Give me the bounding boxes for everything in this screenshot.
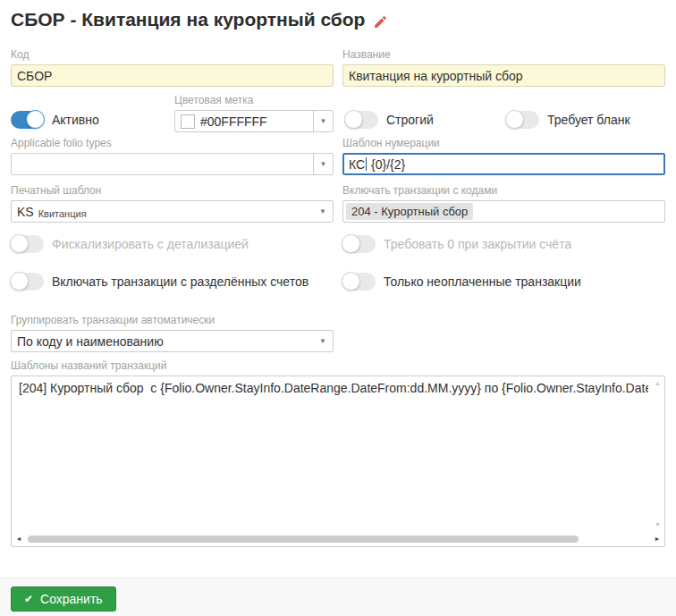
code-label: Код bbox=[11, 48, 334, 62]
unpaid-only-toggle[interactable] bbox=[342, 273, 376, 291]
print-template-select[interactable]: KSКвитанция ▼ bbox=[11, 200, 334, 223]
text-cursor bbox=[366, 157, 367, 171]
include-codes-input[interactable]: 204 - Курортный сбор bbox=[342, 200, 665, 223]
toggle-knob bbox=[342, 272, 360, 291]
page-title-text: СБОР - Квитанция на курортный сбор bbox=[11, 9, 365, 30]
cell-color-mark: Цветовая метка #00FFFFFF ▼ bbox=[174, 94, 334, 132]
folio-types-select[interactable]: ▼ bbox=[11, 153, 334, 175]
print-template-value: KSКвитанция bbox=[17, 205, 313, 219]
fiscalize-detailed-toggle[interactable] bbox=[11, 235, 44, 253]
active-toggle-row: Активно bbox=[11, 111, 174, 129]
chevron-down-icon: ▼ bbox=[313, 331, 333, 351]
name-templates-textarea[interactable]: [204] Курортный сбор с {Folio.Owner.Stay… bbox=[11, 376, 665, 547]
row-fiscal-toggles: Фискализировать с детализацией Требовать… bbox=[11, 235, 665, 253]
footer-bar: ✔ Сохранить bbox=[0, 578, 676, 616]
color-mark-label: Цветовая метка bbox=[174, 94, 334, 107]
require-zero-toggle[interactable] bbox=[342, 235, 376, 253]
print-template-name: Квитанция bbox=[38, 208, 87, 219]
fiscalize-toggle-row: Фискализировать с детализацией bbox=[11, 235, 334, 253]
color-swatch bbox=[181, 114, 195, 129]
require-zero-toggle-label: Требовать 0 при закрытии счёта bbox=[384, 237, 571, 251]
row-transaction-toggles: Включать транзакции с разделённых счетов… bbox=[11, 273, 665, 291]
strict-toggle-row: Строгий bbox=[345, 111, 506, 129]
scrollbar-track[interactable] bbox=[25, 536, 651, 543]
active-toggle-label: Активно bbox=[52, 113, 99, 127]
unpaid-only-toggle-row: Только неоплаченные транзакции bbox=[342, 273, 665, 291]
toggle-knob bbox=[26, 110, 45, 129]
row-grouping: Группировать транзакции автоматически По… bbox=[11, 314, 665, 352]
save-button[interactable]: ✔ Сохранить bbox=[11, 586, 116, 612]
print-template-label: Печатный шаблон bbox=[11, 184, 334, 198]
grouping-value: По коду и наименованию bbox=[17, 334, 313, 349]
check-icon: ✔ bbox=[24, 594, 33, 604]
numbering-template-input[interactable]: КС {0}/{2} bbox=[342, 153, 665, 175]
split-folios-toggle[interactable] bbox=[11, 273, 44, 291]
cell-requires-blank: Требует бланк bbox=[506, 111, 665, 132]
field-grouping: Группировать транзакции автоматически По… bbox=[11, 314, 334, 352]
row-flags: Активно Цветовая метка #00FFFFFF ▼ Строг… bbox=[11, 94, 665, 132]
toggle-knob bbox=[344, 110, 363, 129]
scrollbar-thumb[interactable] bbox=[28, 536, 579, 543]
strict-toggle[interactable] bbox=[345, 111, 378, 129]
strict-toggle-label: Строгий bbox=[386, 113, 434, 127]
field-folio-types: Applicable folio types ▼ bbox=[11, 137, 334, 175]
include-codes-label: Включать транзакции с кодами bbox=[342, 184, 665, 198]
toggle-knob bbox=[505, 110, 524, 129]
chevron-down-icon: ▼ bbox=[313, 154, 333, 174]
numbering-value-before-caret: КС bbox=[349, 157, 365, 172]
split-folios-toggle-label: Включать транзакции с разделённых счетов bbox=[52, 274, 308, 289]
scroll-up-icon[interactable]: ▲ bbox=[655, 380, 661, 386]
field-name-templates: Шаблоны названий транзакций [204] Курорт… bbox=[11, 359, 665, 547]
transaction-code-tag[interactable]: 204 - Курортный сбор bbox=[346, 203, 473, 220]
name-templates-label: Шаблоны названий транзакций bbox=[11, 359, 665, 373]
cell-active: Активно bbox=[11, 111, 174, 132]
name-input[interactable] bbox=[342, 64, 665, 87]
requires-blank-toggle-row: Требует бланк bbox=[506, 111, 665, 129]
print-template-code: KS bbox=[17, 205, 34, 219]
grouping-select[interactable]: По коду и наименованию ▼ bbox=[11, 330, 334, 352]
numbering-value-after-caret: {0}/{2} bbox=[368, 157, 405, 172]
row-folio-numbering: Applicable folio types ▼ Шаблон нумераци… bbox=[11, 137, 665, 175]
field-code: Код bbox=[11, 48, 334, 87]
color-mark-select[interactable]: #00FFFFFF ▼ bbox=[174, 110, 334, 132]
field-print-template: Печатный шаблон KSКвитанция ▼ bbox=[11, 184, 334, 223]
scroll-left-icon[interactable]: ◄ bbox=[13, 532, 25, 545]
scroll-down-icon[interactable]: ▼ bbox=[655, 521, 661, 527]
chevron-down-icon: ▼ bbox=[313, 201, 333, 222]
split-folios-toggle-row: Включать транзакции с разделённых счетов bbox=[11, 273, 334, 291]
field-numbering-template: Шаблон нумерации КС {0}/{2} bbox=[342, 137, 665, 175]
horizontal-scrollbar[interactable]: ◄ ► bbox=[13, 532, 663, 545]
page-title: СБОР - Квитанция на курортный сбор bbox=[11, 9, 665, 30]
unpaid-only-toggle-label: Только неоплаченные транзакции bbox=[384, 274, 581, 289]
toggle-knob bbox=[10, 234, 29, 253]
edit-pencil-icon[interactable] bbox=[373, 13, 388, 28]
folio-types-label: Applicable folio types bbox=[11, 137, 334, 150]
row-print-codes: Печатный шаблон KSКвитанция ▼ Включать т… bbox=[11, 184, 665, 223]
code-input[interactable] bbox=[11, 64, 334, 87]
toggle-knob bbox=[10, 272, 29, 291]
settings-form: СБОР - Квитанция на курортный сбор Код Н… bbox=[0, 0, 676, 547]
field-include-codes: Включать транзакции с кодами 204 - Курор… bbox=[342, 184, 665, 223]
cell-strict: Строгий bbox=[345, 111, 506, 132]
field-name: Название bbox=[342, 48, 665, 87]
row-code-name: Код Название bbox=[11, 48, 665, 87]
requires-blank-toggle-label: Требует бланк bbox=[547, 113, 630, 127]
requires-blank-toggle[interactable] bbox=[506, 111, 539, 129]
color-mark-value: #00FFFFFF bbox=[200, 114, 313, 129]
active-toggle[interactable] bbox=[11, 111, 44, 129]
fiscalize-toggle-label: Фискализировать с детализацией bbox=[52, 237, 249, 251]
scroll-right-icon[interactable]: ► bbox=[651, 532, 663, 545]
toggle-knob bbox=[342, 234, 360, 253]
chevron-down-icon: ▼ bbox=[313, 111, 333, 131]
grouping-label: Группировать транзакции автоматически bbox=[11, 314, 334, 327]
name-templates-value: [204] Курортный сбор с {Folio.Owner.Stay… bbox=[19, 381, 648, 395]
name-label: Название bbox=[342, 48, 665, 62]
save-button-label: Сохранить bbox=[40, 592, 103, 606]
require-zero-toggle-row: Требовать 0 при закрытии счёта bbox=[342, 235, 665, 253]
numbering-template-label: Шаблон нумерации bbox=[342, 137, 665, 150]
